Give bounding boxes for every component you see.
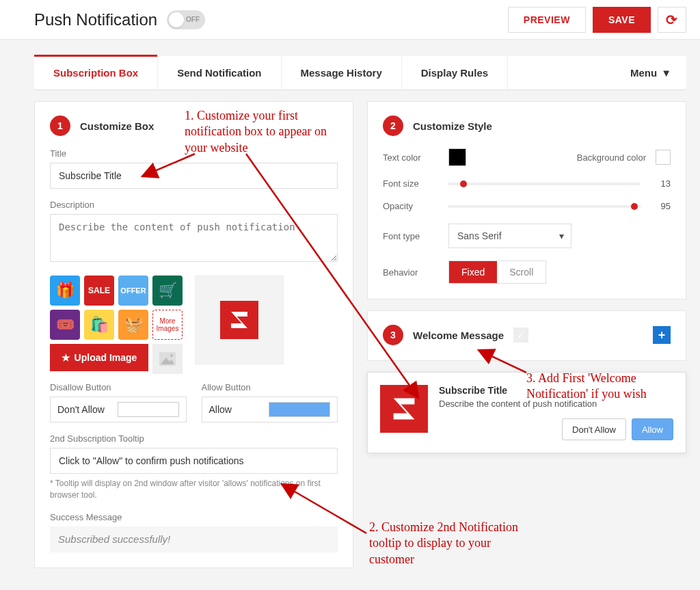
fonttype-label: Font type — [383, 231, 438, 241]
tab-menu-dropdown[interactable]: Menu ▼ — [615, 56, 686, 90]
chevron-down-icon: ▼ — [661, 67, 671, 79]
refresh-button[interactable]: ⟳ — [658, 7, 686, 33]
success-input[interactable] — [50, 526, 338, 552]
opacity-value: 95 — [651, 201, 671, 211]
image-placeholder-icon[interactable] — [152, 344, 183, 374]
tab-subscription-box[interactable]: Subscription Box — [34, 56, 158, 90]
icon-offer[interactable]: OFFER — [118, 276, 148, 306]
tooltip-help-text: * Tooltip will display on 2nd window aft… — [50, 478, 338, 501]
welcome-enable-checkbox[interactable]: ✓ — [513, 327, 528, 343]
popup-desc: Describe the content of push notificatio… — [439, 399, 673, 409]
upload-image-button[interactable]: ★ Upload Image — [50, 344, 148, 371]
svg-point-2 — [170, 354, 173, 357]
toggle-knob — [169, 12, 184, 27]
card-head-1: 1 Customize Box — [50, 116, 338, 136]
fonttype-value: Sans Serif — [457, 230, 502, 241]
textcolor-swatch[interactable] — [448, 148, 466, 166]
icon-grid: 🎁 SALE OFFER 🛒 🎟️ 🛍️ 🧺 More Images ★ Upl… — [50, 276, 183, 374]
tab-spacer — [508, 56, 615, 90]
topbar: Push Notification OFF PREVIEW SAVE ⟳ — [0, 0, 700, 40]
topbar-right: PREVIEW SAVE ⟳ — [508, 7, 686, 33]
popup-body: Subscribe Title Describe the content of … — [439, 385, 673, 440]
svg-marker-3 — [231, 312, 247, 328]
card-title-1: Customize Box — [80, 120, 154, 132]
preview-button[interactable]: PREVIEW — [508, 7, 586, 33]
button-labels-row: Disallow Button Don't Allow Allow Button… — [50, 382, 338, 423]
desc-field-block: Description — [50, 200, 338, 265]
step-badge-2: 2 — [383, 116, 403, 136]
disallow-input[interactable]: Don't Allow — [57, 404, 118, 415]
add-welcome-button[interactable]: + — [653, 326, 671, 344]
feature-toggle[interactable]: OFF — [167, 10, 205, 29]
allow-input-wrap: Allow — [202, 397, 338, 423]
icon-bag[interactable]: 🛍️ — [84, 310, 114, 340]
step-badge-1: 1 — [50, 116, 70, 136]
popup-deny-button[interactable]: Don't Allow — [562, 418, 626, 440]
desc-field-label: Description — [50, 200, 338, 210]
title-field-block: Title — [50, 148, 338, 189]
toggle-state-label: OFF — [186, 16, 200, 23]
popup-allow-button[interactable]: Allow — [632, 418, 673, 440]
main-columns: 1 Customize Box Title Description 🎁 SALE… — [34, 101, 686, 568]
card-title-2: Customize Style — [413, 120, 492, 132]
notification-preview-popup: Subscribe Title Describe the content of … — [367, 372, 686, 453]
fontsize-slider[interactable] — [448, 183, 641, 185]
behavior-label: Behavior — [383, 267, 438, 278]
tab-menu-label: Menu — [630, 67, 657, 79]
bgcolor-swatch[interactable] — [656, 150, 671, 165]
page-title: Push Notification — [34, 10, 157, 29]
tab-bar: Subscription Box Send Notification Messa… — [34, 56, 686, 90]
right-column: 2 Customize Style Text color Background … — [367, 101, 686, 568]
card-title-3: Welcome Message — [413, 330, 504, 341]
topbar-left: Push Notification OFF — [34, 10, 205, 29]
icon-cart[interactable]: 🛒 — [152, 276, 183, 306]
fontsize-value: 13 — [651, 178, 671, 189]
allow-color-swatch[interactable] — [269, 402, 330, 417]
fonttype-row: Font type Sans Serif — [383, 224, 671, 248]
customize-box-card: 1 Customize Box Title Description 🎁 SALE… — [34, 101, 353, 568]
disallow-label: Disallow Button — [50, 382, 187, 392]
disallow-input-wrap: Don't Allow — [50, 397, 187, 423]
left-column: 1 Customize Box Title Description 🎁 SALE… — [34, 101, 353, 568]
icon-coupon[interactable]: 🎟️ — [50, 310, 80, 340]
allow-label: Allow Button — [202, 382, 338, 392]
fontsize-row: Font size 13 — [383, 178, 671, 189]
welcome-message-card: 3 Welcome Message ✓ + — [367, 310, 686, 361]
color-row: Text color Background color — [383, 148, 671, 166]
description-textarea[interactable] — [50, 214, 338, 262]
z-logo-icon — [220, 301, 258, 339]
bgcolor-label: Background color — [577, 152, 646, 163]
tooltip-input[interactable] — [50, 448, 338, 474]
popup-logo-icon — [380, 385, 428, 433]
selected-icon-preview — [195, 276, 284, 364]
title-input[interactable] — [50, 163, 338, 189]
disallow-color-swatch[interactable] — [118, 402, 179, 417]
tab-send-notification[interactable]: Send Notification — [158, 56, 281, 90]
opacity-label: Opacity — [383, 201, 438, 211]
welcome-head: 3 Welcome Message ✓ — [383, 325, 528, 345]
popup-title: Subscribe Title — [439, 385, 673, 396]
icon-gift[interactable]: 🎁 — [50, 276, 80, 306]
behavior-row: Behavior Fixed Scroll — [383, 260, 671, 284]
card-head-2: 2 Customize Style — [383, 116, 671, 136]
save-button[interactable]: SAVE — [593, 7, 651, 33]
behavior-scroll[interactable]: Scroll — [497, 261, 546, 283]
icon-sale[interactable]: SALE — [84, 276, 114, 306]
tab-display-rules[interactable]: Display Rules — [402, 56, 508, 90]
textcolor-label: Text color — [383, 152, 438, 163]
behavior-fixed[interactable]: Fixed — [449, 261, 497, 283]
upload-image-label: Upload Image — [75, 352, 137, 363]
svg-marker-4 — [394, 399, 415, 420]
fontsize-label: Font size — [383, 178, 438, 189]
behavior-toggle: Fixed Scroll — [448, 260, 546, 284]
fonttype-select[interactable]: Sans Serif — [448, 224, 571, 248]
title-field-label: Title — [50, 148, 338, 159]
icon-basket[interactable]: 🧺 — [118, 310, 148, 340]
tooltip-field-block: 2nd Subscription Tooltip * Tooltip will … — [50, 433, 338, 501]
allow-input[interactable]: Allow — [209, 404, 269, 415]
customize-style-card: 2 Customize Style Text color Background … — [367, 101, 686, 299]
tab-message-history[interactable]: Message History — [282, 56, 402, 90]
step-badge-3: 3 — [383, 325, 403, 345]
opacity-slider[interactable] — [448, 205, 641, 208]
more-images-button[interactable]: More Images — [152, 310, 183, 340]
